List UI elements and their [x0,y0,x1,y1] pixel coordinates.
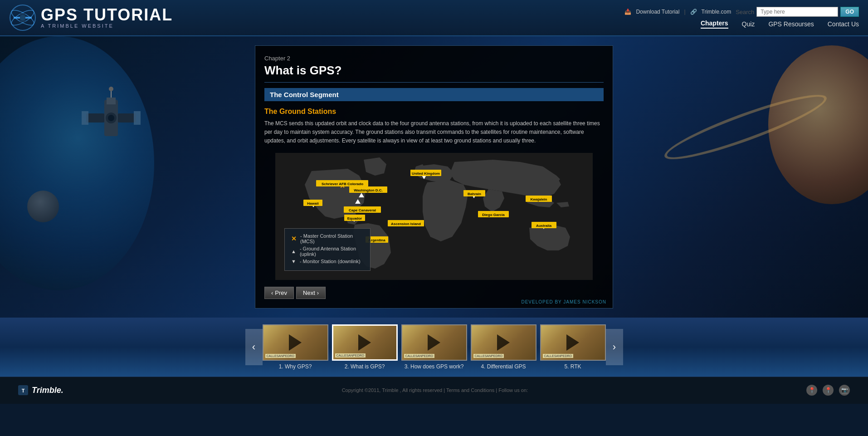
svg-rect-10 [82,111,88,125]
play-icon-1 [289,334,302,351]
content-box: Chapter 2 What is GPS? The Control Segme… [255,45,613,309]
play-icon-2 [358,334,371,351]
chapter-label-4: 4. Differential GPS [481,363,526,370]
social-icon-1[interactable]: 📍 [806,385,817,396]
footer-copyright: Copyright ©2011, Trimble , All rights re… [342,387,528,393]
chapter-thumb-4[interactable]: CALLESANPEDRO 4. Differential GPS [471,324,536,370]
chapter-thumb-1[interactable]: CALLESANPEDRO 1. Why GPS? [263,324,328,370]
chapter-thumb-2[interactable]: CALLESANPEDRO 2. What is GPS? [332,324,398,370]
logo-area: GPS TUTORIAL A TRIMBLE WEBSITE [9,4,173,31]
nav-buttons: ‹ Prev Next › [264,287,604,299]
map-container: ✕ Schriever AFB Colorado Washington D.C.… [275,153,593,280]
svg-rect-8 [86,113,104,122]
svg-text:Equador: Equador [347,216,362,220]
thumb-label-4: CALLESANPEDRO [473,354,504,358]
legend-mcs-label: - Master Control Station (MCS) [300,233,364,244]
main-background: Chapter 2 What is GPS? The Control Segme… [0,36,868,318]
chapter-label-5: 5. RTK [564,363,581,370]
search-input[interactable] [756,7,838,17]
chapter-thumb-img-2: CALLESANPEDRO [332,324,398,361]
ground-icon: ▲ [291,249,296,254]
chapter-label: Chapter 2 [264,55,604,62]
nav-chapters[interactable]: Chapters [701,20,728,29]
footer: T Trimble. Copyright ©2011, Trimble , Al… [0,377,868,404]
svg-rect-11 [134,111,141,125]
satellite-image [82,73,141,163]
chapter-thumb-img-1: CALLESANPEDRO [263,324,328,361]
search-button[interactable]: GO [840,7,859,17]
legend-monitor-label: - Monitor Station (downlink) [300,259,361,264]
search-label: Search [736,9,754,15]
chapter-label-2: 2. What is GPS? [345,363,385,370]
svg-text:Diego Garcia: Diego Garcia [482,213,505,217]
logo-text-area: GPS TUTORIAL A TRIMBLE WEBSITE [41,7,173,29]
mcs-icon: ✕ [291,235,297,242]
social-icon-2[interactable]: 📍 [823,385,834,396]
header-top-links: 📥 Download Tutorial | 🔗 Trimble.com Sear… [624,7,859,17]
prev-button[interactable]: ‹ Prev [264,287,294,299]
svg-text:Hawaii: Hawaii [307,201,318,206]
chapter-label-1: 1. Why GPS? [279,363,312,370]
section-title-bar: The Control Segment [264,88,604,101]
chapters-list: CALLESANPEDRO 1. Why GPS? CALLESANPEDRO … [263,324,606,370]
legend-monitor: ▼ - Monitor Station (downlink) [291,259,364,264]
prev-arrow-icon: ‹ [271,289,273,296]
page-title: What is GPS? [264,64,604,83]
logo-icon [9,4,36,31]
logo-title: GPS TUTORIAL [41,7,173,23]
thumb-label-3: CALLESANPEDRO [404,354,434,358]
chapter-thumb-img-4: CALLESANPEDRO [471,324,536,361]
description-text: The MCS sends this updated orbit and clo… [264,119,604,146]
social-icon-3[interactable]: 📷 [839,385,850,396]
play-icon-3 [428,334,440,351]
svg-rect-9 [118,113,136,122]
strip-next-button[interactable]: › [606,329,623,365]
next-arrow-icon: › [317,289,319,296]
moon-small [27,191,59,222]
thumb-label-2: CALLESANPEDRO [335,353,366,358]
nav-contact[interactable]: Contact Us [828,20,859,28]
svg-rect-6 [20,13,25,22]
header-right: 📥 Download Tutorial | 🔗 Trimble.com Sear… [624,7,859,29]
monitor-icon: ▼ [291,259,296,264]
chapters-strip: ‹ CALLESANPEDRO 1. Why GPS? CALLESANPEDR… [0,318,868,377]
footer-social-icons: 📍 📍 📷 [806,385,850,396]
header: GPS TUTORIAL A TRIMBLE WEBSITE 📥 Downloa… [0,0,868,36]
chapter-thumb-5[interactable]: CALLESANPEDRO 5. RTK [540,324,606,370]
svg-point-16 [109,87,113,91]
download-link[interactable]: Download Tutorial [636,9,679,15]
trimble-link[interactable]: Trimble.com [702,9,731,15]
strip-prev-button[interactable]: ‹ [245,329,263,365]
chapter-thumb-3[interactable]: CALLESANPEDRO 3. How does GPS work? [401,324,467,370]
footer-logo: T Trimble. [18,385,63,395]
svg-text:Ascension Island: Ascension Island [391,222,421,226]
nav-gps-resources[interactable]: GPS Resourses [768,20,814,28]
svg-text:United Kingdom: United Kingdom [412,171,440,176]
download-icon: 📥 [624,9,631,15]
svg-text:Schriever AFB Colorado: Schriever AFB Colorado [322,182,363,186]
legend: ✕ - Master Control Station (MCS) ▲ - Gro… [284,228,371,271]
nav-bar: Chapters Quiz GPS Resourses Contact Us [701,20,859,29]
svg-text:Argentina: Argentina [368,238,385,242]
logo-subtitle: A TRIMBLE WEBSITE [41,23,173,29]
play-icon-4 [497,334,510,351]
footer-logo-text: Trimble. [32,386,63,395]
trimble-icon: 🔗 [690,9,697,15]
thumb-label-5: CALLESANPEDRO [543,354,573,358]
svg-point-13 [108,115,114,121]
prev-label: Prev [275,289,287,296]
chapter-thumb-img-5: CALLESANPEDRO [540,324,606,361]
legend-ground: ▲ - Ground Antenna Station (uplink) [291,246,364,257]
developed-by: DEVELOPED BY JAMES NICKSON [521,299,606,304]
svg-text:Bahrain: Bahrain [468,192,481,196]
chapter-thumb-img-3: CALLESANPEDRO [401,324,467,361]
nav-quiz[interactable]: Quiz [742,20,755,28]
next-button[interactable]: Next › [296,287,326,299]
svg-text:Washington D.C.: Washington D.C. [354,188,383,192]
svg-text:T: T [22,388,25,393]
ground-stations-title: The Ground Stations [264,108,604,116]
svg-text:Australia: Australia [536,224,552,228]
svg-rect-14 [107,98,116,104]
svg-text:Kwajalein: Kwajalein [531,197,547,201]
legend-mcs: ✕ - Master Control Station (MCS) [291,233,364,244]
